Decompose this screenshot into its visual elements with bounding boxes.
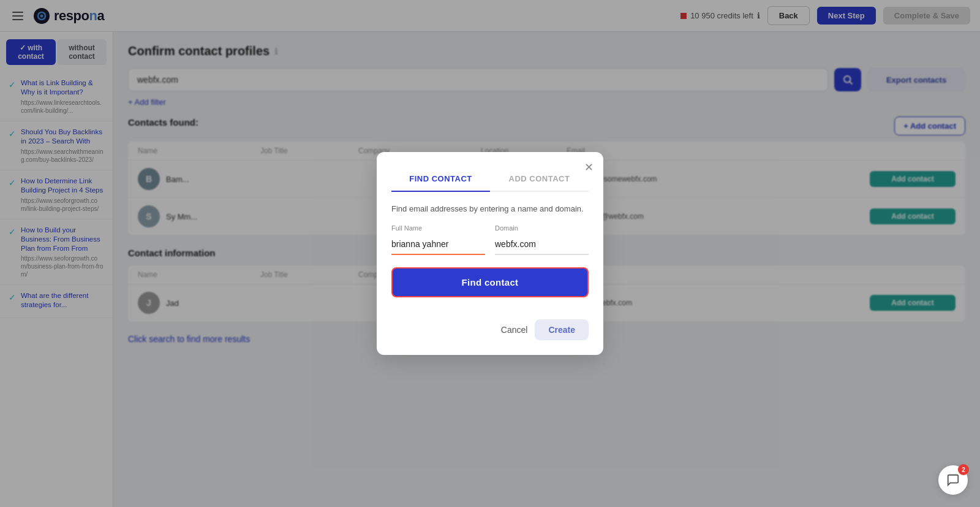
modal-fields: Full Name Domain [391, 224, 589, 255]
domain-field-group: Domain [495, 224, 589, 255]
find-contact-modal: ✕ FIND CONTACT ADD CONTACT Find email ad… [377, 152, 603, 355]
domain-label: Domain [495, 224, 589, 232]
chat-bubble[interactable]: 2 [938, 465, 968, 495]
cancel-button[interactable]: Cancel [501, 325, 528, 335]
modal-description: Find email addresses by entering a name … [391, 204, 589, 213]
modal-overlay: ✕ FIND CONTACT ADD CONTACT Find email ad… [0, 0, 980, 507]
tab-add-contact[interactable]: ADD CONTACT [490, 167, 589, 191]
modal-footer: Cancel Create [377, 310, 603, 355]
full-name-input[interactable] [391, 234, 485, 255]
domain-input[interactable] [495, 234, 589, 255]
chat-badge: 2 [958, 464, 969, 475]
create-button[interactable]: Create [535, 319, 589, 340]
full-name-field-group: Full Name [391, 224, 485, 255]
modal-body: Find email addresses by entering a name … [377, 192, 603, 310]
modal-close-button[interactable]: ✕ [584, 161, 594, 174]
find-contact-button[interactable]: Find contact [391, 267, 589, 297]
modal-header: FIND CONTACT ADD CONTACT [377, 152, 603, 192]
full-name-label: Full Name [391, 224, 485, 232]
modal-tabs: FIND CONTACT ADD CONTACT [391, 167, 589, 192]
tab-find-contact[interactable]: FIND CONTACT [391, 167, 490, 192]
